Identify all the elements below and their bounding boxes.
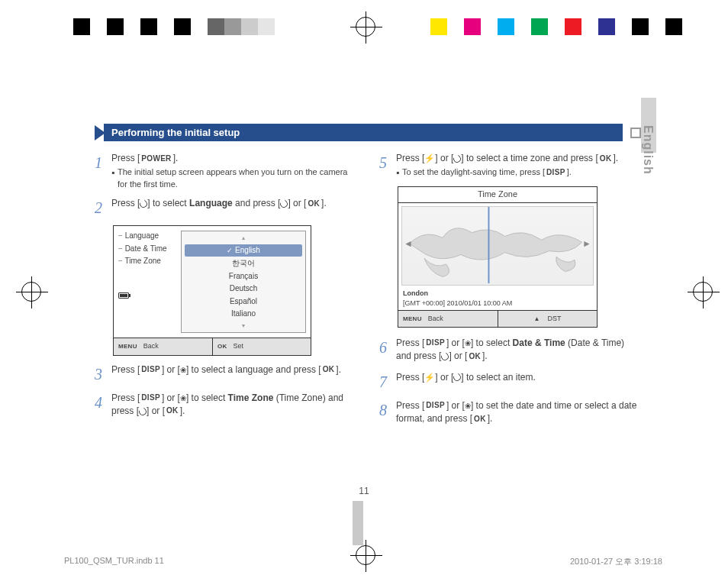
step-8: 8 Press [DISP] or [] to set the date and…: [379, 399, 641, 428]
t: ] to select a time zone and press [: [461, 153, 598, 163]
footer-back: MENU Back: [114, 338, 212, 354]
t: ].: [488, 413, 493, 424]
disp-icon: DISP: [545, 166, 567, 179]
sub-text: The initial setup screen appears when yo…: [118, 166, 356, 191]
page-number-bar: [353, 501, 363, 545]
t: ].: [613, 153, 618, 163]
t: Press [: [396, 400, 424, 411]
disp-icon: DISP: [140, 392, 162, 405]
menu-icon: MENU: [401, 314, 424, 325]
menu-item: Language: [118, 231, 178, 242]
t: ] or [: [435, 372, 453, 383]
ok-icon: OK: [165, 405, 180, 418]
t: ].: [482, 350, 488, 361]
step-number: 2: [95, 197, 111, 219]
t: ] or [: [449, 350, 467, 361]
step-6: 6 Press [DISP] or [] to select Date & Ti…: [379, 337, 641, 365]
ok-icon: OK: [467, 350, 482, 363]
macro-icon: [465, 338, 471, 348]
step-2: 2 Press [] to select Language and press …: [95, 197, 356, 219]
flash-icon: [424, 153, 435, 163]
ok-icon: OK: [306, 198, 321, 211]
macro-icon: [465, 400, 471, 411]
language-option: Français: [183, 270, 304, 283]
sub-text: To set the daylight-saving time, press […: [402, 166, 641, 179]
right-column: 5 Press [] or [] to select a time zone a…: [379, 152, 641, 433]
bold: Time Zone: [228, 392, 274, 403]
t: Press [: [396, 372, 424, 383]
t: ] or [: [446, 338, 465, 348]
t: ] or [: [147, 405, 165, 416]
ok-icon: OK: [216, 341, 229, 352]
t: ] to select: [147, 198, 189, 208]
t: ] or [: [288, 198, 306, 208]
step-3: 3 Press [DISP] or [] to select a languag…: [95, 363, 356, 386]
footer-set: OK Set: [212, 338, 311, 354]
step-number: 8: [379, 399, 396, 428]
disp-icon: DISP: [140, 363, 162, 376]
language-option: 한국어: [183, 257, 304, 270]
step-number: 1: [95, 152, 111, 191]
language-option: Deutsch: [183, 283, 304, 296]
section-header: Performing the initial setup: [95, 124, 641, 141]
t: Press [: [111, 364, 140, 375]
header-end-marker: [630, 128, 641, 138]
t: ] or [: [446, 400, 465, 411]
language-screenshot: Language Date & Time Time Zone ▴ ✓Englis…: [113, 225, 311, 355]
ok-icon: OK: [598, 153, 614, 166]
t: Press [: [111, 392, 140, 403]
disp-icon: DISP: [424, 337, 446, 350]
t: ].: [180, 405, 185, 416]
t: ] to select a language and press [: [186, 364, 321, 375]
t: ] or [: [435, 153, 453, 163]
t: Press [: [111, 198, 140, 208]
bold: Language: [189, 198, 233, 208]
step-number: 5: [379, 152, 396, 180]
t: ].: [321, 198, 327, 208]
menu-item: Time Zone: [118, 256, 178, 267]
section-title: Performing the initial setup: [104, 124, 623, 141]
footer-dst: ▲ DST: [498, 311, 597, 327]
scroll-up-icon: ▴: [183, 233, 304, 244]
t: and press [: [233, 198, 281, 208]
step-4: 4 Press [DISP] or [] to select Time Zone…: [95, 392, 356, 420]
language-option: Italiano: [183, 308, 304, 321]
menu-item: Date & Time: [118, 244, 178, 255]
footer-file: PL100_QSM_TUR.indb 11: [64, 556, 164, 567]
registration-cross-top: [356, 17, 375, 37]
macro-icon: [180, 364, 186, 375]
menu-icon: MENU: [117, 341, 139, 352]
macro-icon: [180, 392, 186, 403]
bullet-icon: ▪: [396, 166, 402, 179]
step-number: 3: [95, 363, 111, 386]
step-1: 1 Press [POWER]. ▪The initial setup scre…: [95, 152, 356, 191]
language-option: Español: [183, 296, 304, 308]
side-language-label: English: [641, 125, 655, 175]
flash-icon: [424, 372, 435, 383]
step-5: 5 Press [] or [] to select a time zone a…: [379, 152, 641, 180]
color-registration-right: [430, 18, 682, 35]
step-number: 7: [379, 371, 396, 393]
document-footer: PL100_QSM_TUR.indb 11 2010-01-27 오후 3:19…: [64, 556, 662, 567]
t: ] or [: [162, 392, 180, 403]
t: ] to select: [186, 392, 228, 403]
footer-back: MENU Back: [398, 311, 498, 327]
registration-cross-right: [693, 282, 713, 302]
battery-icon: [118, 292, 129, 299]
bold: Date & Time: [513, 338, 565, 348]
page-number: 11: [0, 486, 728, 496]
footer-date: 2010-01-27 오후 3:19:18: [570, 556, 662, 567]
language-option-selected: ✓English: [185, 244, 302, 257]
t: ] or [: [162, 364, 180, 375]
t: ] to select: [471, 338, 513, 348]
t: ] to select an item.: [461, 372, 535, 383]
t: Press [: [396, 338, 424, 348]
disp-icon: DISP: [424, 399, 446, 412]
step-number: 6: [379, 337, 396, 365]
world-map: ◄ ►: [401, 206, 594, 286]
tz-gmt: [GMT +00:00] 2010/01/01 10:00 AM: [403, 299, 592, 308]
t: Press [: [111, 153, 140, 163]
ok-icon: OK: [472, 413, 488, 426]
ok-icon: OK: [321, 363, 337, 376]
step-7: 7 Press [] or [] to select an item.: [379, 371, 641, 393]
